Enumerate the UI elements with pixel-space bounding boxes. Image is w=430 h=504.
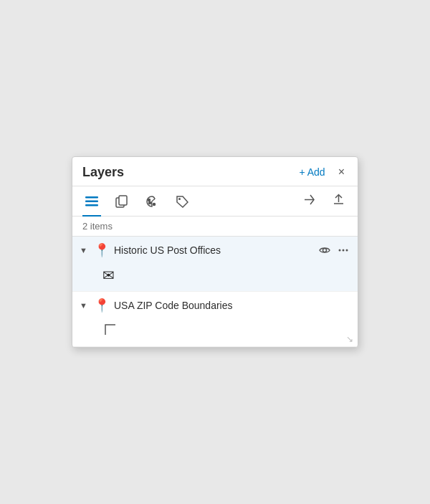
layer-map-icon: 📍 (94, 242, 110, 258)
layers-panel: Layers + Add × (72, 156, 358, 348)
svg-point-8 (178, 198, 181, 200)
layer-name: Historic US Post Offices (114, 244, 313, 256)
legend-symbol-polygon (102, 322, 118, 336)
layer-options-button[interactable] (336, 243, 350, 257)
layer-name: USA ZIP Code Boundaries (114, 300, 350, 311)
svg-rect-0 (85, 196, 98, 199)
svg-point-6 (153, 203, 156, 205)
upload-icon[interactable] (330, 191, 348, 211)
resize-handle[interactable]: ↘ (346, 334, 353, 344)
layer-row: ▼ 📍 Historic US Post Offices (72, 237, 358, 292)
svg-rect-1 (85, 200, 98, 202)
close-button[interactable]: × (335, 164, 348, 180)
tag-icon[interactable] (173, 192, 191, 211)
svg-point-10 (339, 249, 341, 252)
chevron-down-icon: ▼ (80, 246, 90, 255)
add-button[interactable]: + Add (296, 165, 328, 179)
item-count: 2 items (82, 221, 113, 232)
layer-actions (317, 243, 350, 257)
layer-row-header[interactable]: ▼ 📍 Historic US Post Offices (72, 237, 358, 264)
svg-point-5 (149, 201, 151, 204)
share-icon[interactable] (300, 191, 318, 211)
svg-point-12 (346, 249, 348, 252)
panel-title: Layers (82, 165, 124, 180)
svg-rect-4 (119, 196, 127, 205)
layer-row-header[interactable]: ▼ 📍 USA ZIP Code Boundaries (72, 292, 358, 319)
visibility-toggle-button[interactable] (317, 243, 332, 257)
list-view-icon[interactable] (82, 192, 101, 211)
layer-legend (72, 319, 358, 346)
svg-point-11 (343, 249, 345, 252)
style-icon[interactable] (143, 192, 161, 211)
panel-header: Layers + Add × (72, 157, 358, 186)
svg-rect-2 (85, 204, 98, 206)
eye-icon (319, 244, 330, 256)
layer-row: ▼ 📍 USA ZIP Code Boundaries (72, 292, 358, 347)
svg-point-9 (323, 249, 327, 252)
legend-symbol-envelope: ✉ (102, 267, 115, 283)
chevron-down-icon: ▼ (80, 301, 90, 310)
panel-toolbar (72, 186, 358, 217)
header-actions: + Add × (296, 164, 348, 180)
layer-legend: ✉ (72, 264, 358, 291)
layer-map-icon: 📍 (94, 298, 110, 313)
svg-point-7 (148, 199, 150, 201)
count-bar: 2 items (72, 217, 358, 237)
copy-layers-icon[interactable] (113, 192, 131, 211)
more-options-icon (338, 244, 349, 256)
